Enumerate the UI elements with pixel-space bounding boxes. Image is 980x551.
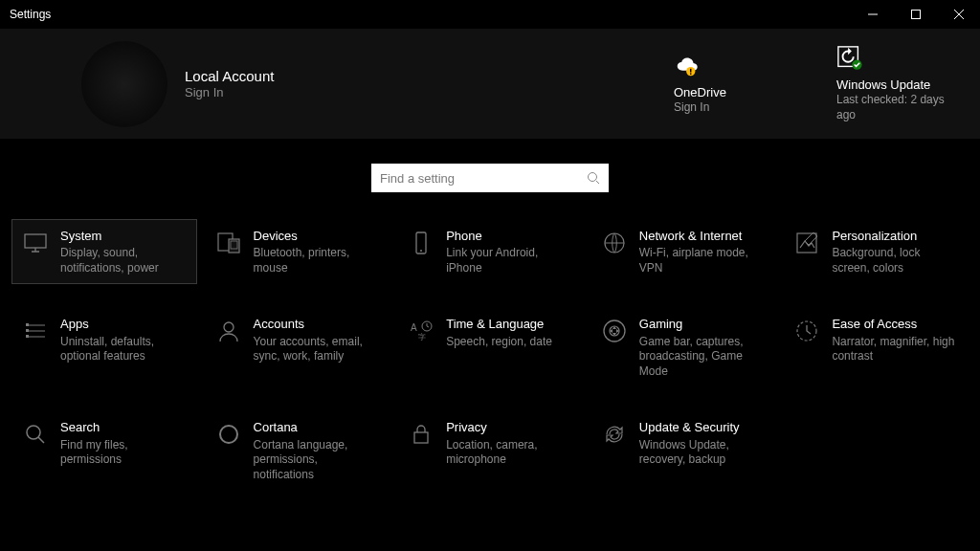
category-title: System (60, 228, 187, 245)
category-phone[interactable]: PhoneLink your Android, iPhone (397, 219, 583, 284)
category-title: Cortana (254, 419, 380, 436)
category-desc: Background, lock screen, colors (832, 246, 958, 276)
category-title: Apps (60, 316, 187, 333)
search-box[interactable] (371, 164, 609, 192)
category-title: Accounts (254, 316, 380, 333)
category-title: Personalization (832, 228, 958, 245)
category-desc: Location, camera, microphone (446, 438, 572, 468)
svg-rect-0 (911, 11, 920, 19)
cortana-icon (215, 421, 242, 448)
category-desc: Bluetooth, printers, mouse (254, 246, 380, 276)
category-desc: Display, sound, notifications, power (60, 246, 187, 276)
window-title: Settings (10, 8, 51, 21)
maximize-icon (911, 10, 921, 19)
svg-point-18 (224, 322, 234, 332)
search-input[interactable] (380, 171, 587, 186)
category-gaming[interactable]: GamingGame bar, captures, broadcasting, … (590, 307, 776, 387)
category-desc: Uninstall, defaults, optional features (60, 335, 187, 364)
category-desc: Windows Update, recovery, backup (639, 438, 766, 468)
category-privacy[interactable]: PrivacyLocation, camera, microphone (397, 410, 583, 491)
category-network[interactable]: Network & InternetWi-Fi, airplane mode, … (590, 219, 776, 284)
category-desc: Find my files, permissions (60, 438, 187, 468)
svg-rect-16 (26, 329, 29, 332)
tile-onedrive[interactable]: OneDrive Sign In (674, 53, 789, 116)
category-desc: Wi-Fi, airplane mode, VPN (639, 246, 766, 276)
svg-point-6 (589, 173, 597, 182)
svg-rect-2 (690, 69, 691, 73)
tile-windows-update[interactable]: Windows Update Last checked: 2 days ago (836, 45, 951, 122)
category-desc: Cortana language, permissions, notificat… (254, 438, 380, 483)
svg-text:字: 字 (418, 333, 426, 342)
category-search[interactable]: SearchFind my files, permissions (11, 410, 197, 491)
category-title: Phone (446, 228, 572, 245)
titlebar: Settings (0, 0, 980, 29)
account-name: Local Account (185, 68, 274, 84)
search-bar (0, 139, 980, 202)
time-icon: A字 (408, 318, 434, 344)
category-title: Privacy (446, 419, 572, 436)
category-desc: Link your Android, iPhone (446, 246, 572, 276)
window-controls (851, 0, 980, 29)
svg-rect-27 (414, 432, 428, 443)
category-title: Search (60, 419, 187, 436)
category-update[interactable]: Update & SecurityWindows Update, recover… (590, 410, 776, 491)
category-desc: Game bar, captures, broadcasting, Game M… (639, 335, 766, 380)
search-icon (587, 171, 600, 185)
category-personalization[interactable]: PersonalizationBackground, lock screen, … (783, 219, 969, 284)
tile-update-label: Windows Update (836, 77, 930, 92)
privacy-icon (408, 421, 434, 448)
category-devices[interactable]: DevicesBluetooth, printers, mouse (205, 219, 390, 284)
personalization-icon (793, 230, 820, 256)
category-desc: Narrator, magnifier, high contrast (832, 335, 958, 364)
tile-update-sub: Last checked: 2 days ago (836, 93, 951, 122)
minimize-icon (868, 10, 878, 19)
svg-point-25 (27, 426, 40, 439)
category-accounts[interactable]: AccountsYour accounts, email, sync, work… (205, 307, 390, 387)
onedrive-icon (674, 53, 701, 79)
svg-text:A: A (411, 322, 417, 333)
svg-point-22 (604, 320, 625, 342)
category-system[interactable]: SystemDisplay, sound, notifications, pow… (11, 219, 197, 284)
tile-onedrive-sub: Sign In (674, 100, 709, 116)
accounts-icon (215, 318, 242, 344)
category-title: Time & Language (446, 316, 552, 333)
apps-icon (22, 318, 49, 344)
network-icon (601, 230, 628, 256)
svg-rect-3 (690, 73, 691, 74)
category-title: Devices (254, 228, 380, 245)
phone-icon (408, 230, 434, 256)
category-title: Gaming (639, 316, 766, 333)
category-title: Update & Security (639, 419, 766, 436)
avatar[interactable] (81, 41, 167, 127)
account-block[interactable]: Local Account Sign In (185, 68, 274, 99)
category-cortana[interactable]: CortanaCortana language, permissions, no… (205, 410, 390, 491)
svg-rect-15 (26, 323, 29, 326)
category-ease[interactable]: Ease of AccessNarrator, magnifier, high … (783, 307, 969, 387)
gaming-icon (601, 318, 628, 344)
svg-point-12 (420, 250, 422, 252)
category-desc: Speech, region, date (446, 335, 552, 350)
search-icon (22, 421, 49, 448)
maximize-button[interactable] (894, 0, 937, 29)
close-icon (954, 10, 964, 19)
system-icon (22, 230, 49, 256)
category-title: Ease of Access (832, 316, 958, 333)
category-title: Network & Internet (639, 228, 766, 245)
category-desc: Your accounts, email, sync, work, family (254, 335, 380, 364)
category-apps[interactable]: AppsUninstall, defaults, optional featur… (11, 307, 197, 387)
account-signin-link[interactable]: Sign In (185, 85, 274, 99)
header: Local Account Sign In OneDrive Sign In W… (0, 29, 980, 139)
svg-point-26 (220, 426, 237, 443)
settings-grid: SystemDisplay, sound, notifications, pow… (11, 219, 969, 491)
update-icon (601, 421, 628, 448)
devices-icon (215, 230, 242, 256)
ease-icon (793, 318, 820, 344)
svg-rect-7 (25, 234, 46, 248)
svg-rect-17 (26, 335, 29, 338)
close-button[interactable] (937, 0, 980, 29)
minimize-button[interactable] (851, 0, 894, 29)
category-time[interactable]: A字Time & LanguageSpeech, region, date (397, 307, 583, 387)
windows-update-icon (836, 45, 863, 72)
tile-onedrive-label: OneDrive (674, 85, 726, 99)
